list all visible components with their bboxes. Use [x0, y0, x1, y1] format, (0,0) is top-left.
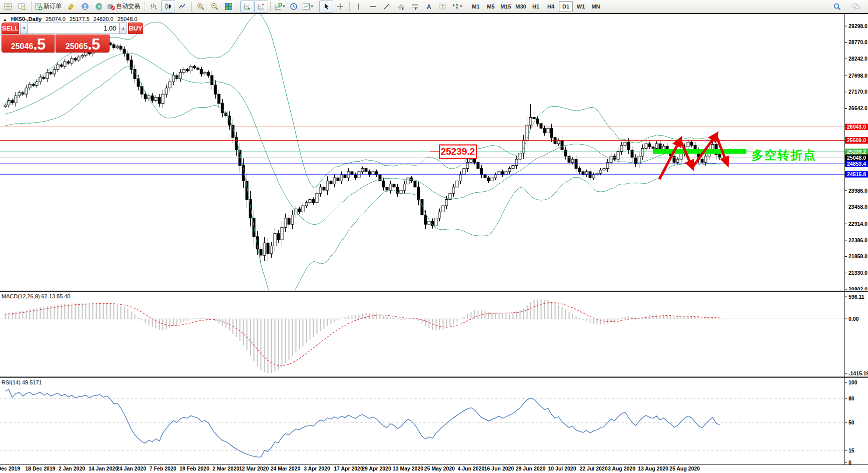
- arrows-button[interactable]: ▾: [450, 1, 464, 13]
- templates-button[interactable]: ▾: [301, 1, 315, 13]
- signals-icon: [95, 3, 103, 11]
- rsi-axis[interactable]: 1008050150: [844, 379, 857, 464]
- svg-text:25609.0: 25609.0: [847, 137, 866, 143]
- zigzag-arrows-annotation[interactable]: [659, 135, 727, 179]
- search-icon: [833, 3, 841, 11]
- toolbar-separator: [238, 2, 238, 12]
- mt4-terminal: 新订单自动交易▾▾EFAT▾M1M5M15M30H1H4D1W1MN 26043…: [0, 0, 868, 473]
- svg-text:A: A: [427, 3, 431, 10]
- crosshair-button[interactable]: [333, 1, 347, 13]
- timeframe-mn[interactable]: MN: [589, 1, 603, 12]
- timeframe-m1[interactable]: M1: [469, 1, 483, 12]
- date-tick-label: 7 Feb 2020: [150, 465, 177, 471]
- dropdown-caret-icon[interactable]: ▾: [460, 4, 462, 9]
- buy-price-display[interactable]: 25065.5: [56, 35, 110, 53]
- chat-button[interactable]: [849, 1, 863, 13]
- ohlc-low: 24820.0: [94, 16, 114, 22]
- date-axis[interactable]: Dec 201918 Dec 20192 Jan 202014 Jan 2020…: [0, 465, 868, 473]
- cursor-button[interactable]: [319, 1, 333, 13]
- metaeditor-button[interactable]: [64, 1, 78, 13]
- svg-text:26642.0: 26642.0: [848, 105, 867, 111]
- date-tick-label: 18 Dec 2019: [25, 465, 55, 471]
- candlestick-chart-button[interactable]: [161, 1, 175, 13]
- timeframe-m5[interactable]: M5: [484, 1, 498, 12]
- bar-chart-button[interactable]: [147, 1, 161, 13]
- volume-decrease-button[interactable]: ▼: [20, 23, 28, 34]
- search-button[interactable]: [830, 1, 844, 13]
- turning-point-text-annotation[interactable]: 多空转折点: [751, 148, 816, 162]
- date-tick-label: 22 Jul 2020: [579, 465, 607, 471]
- data-window-icon: [18, 3, 26, 11]
- main-chart-pane[interactable]: 26043.025609.025239.225048.024853.424515…: [0, 14, 868, 290]
- market-watch-button[interactable]: [1, 1, 15, 13]
- svg-text:29298.0: 29298.0: [848, 23, 867, 29]
- community-icon: [81, 3, 89, 11]
- data-window-button[interactable]: [15, 1, 29, 13]
- svg-text:25239.2: 25239.2: [441, 146, 475, 157]
- macd-axis[interactable]: 596.110.00-1415.19: [844, 294, 868, 376]
- text-button[interactable]: A: [422, 1, 436, 13]
- timeframe-h4[interactable]: H4: [544, 1, 558, 12]
- tile-windows-button[interactable]: [222, 1, 236, 13]
- autotrading-icon: [107, 3, 115, 11]
- volume-increase-button[interactable]: ▲: [119, 23, 127, 34]
- toolbar-separator: [145, 2, 145, 12]
- dropdown-caret-icon[interactable]: ▾: [311, 4, 313, 9]
- autotrading-label: 自动交易: [116, 2, 140, 11]
- vertical-line-icon: [355, 3, 363, 11]
- svg-text:50: 50: [848, 419, 854, 425]
- pane-separator-macd[interactable]: [0, 290, 868, 292]
- toolbar-separator: [317, 2, 317, 12]
- volume-input[interactable]: [28, 23, 119, 34]
- trendline-icon: [383, 3, 391, 11]
- pane-separator-rsi[interactable]: [0, 376, 868, 378]
- fibonacci-button[interactable]: F: [408, 1, 422, 13]
- signals-button[interactable]: [92, 1, 106, 13]
- indicators-button[interactable]: ▾: [273, 1, 287, 13]
- zoom-out-button[interactable]: [208, 1, 222, 13]
- autotrading-button[interactable]: 自动交易: [106, 1, 143, 13]
- channel-button[interactable]: E: [394, 1, 408, 13]
- timeframe-d1[interactable]: D1: [559, 1, 573, 12]
- date-tick-label: 3 Aug 2020: [608, 465, 635, 471]
- community-button[interactable]: [78, 1, 92, 13]
- auto-scroll-button[interactable]: [240, 1, 254, 13]
- buy-button[interactable]: BUY: [128, 23, 143, 34]
- sell-price-display[interactable]: 25046.5: [2, 35, 55, 53]
- collapse-arrow-icon[interactable]: ▲: [3, 18, 7, 22]
- svg-text:23458.0: 23458.0: [848, 204, 867, 210]
- date-tick-label: 12 Mar 2020: [239, 465, 269, 471]
- svg-text:0: 0: [848, 459, 851, 464]
- new-order-button[interactable]: 新订单: [34, 1, 64, 13]
- zoom-in-button[interactable]: [194, 1, 208, 13]
- sell-button[interactable]: SELL: [2, 23, 19, 34]
- timeframe-m15[interactable]: M15: [499, 1, 513, 12]
- text-label-button[interactable]: T: [436, 1, 450, 13]
- timeframe-w1[interactable]: W1: [574, 1, 588, 12]
- toolbar-separator: [349, 2, 350, 12]
- market-watch-icon: [4, 3, 12, 11]
- svg-text:25239.2: 25239.2: [847, 149, 866, 155]
- horizontal-line-button[interactable]: [366, 1, 380, 13]
- indicators-icon: [274, 3, 282, 11]
- trendline-button[interactable]: [380, 1, 394, 13]
- price-label-annotation[interactable]: 25239.2: [430, 145, 476, 159]
- highlight-bar-annotation[interactable]: [653, 149, 746, 154]
- ohlc-open: 25074.0: [46, 16, 66, 22]
- vertical-line-button[interactable]: [352, 1, 366, 13]
- chart-shift-button[interactable]: [254, 1, 268, 13]
- rsi-pane[interactable]: 1008050150: [0, 378, 868, 464]
- timeframe-h1[interactable]: H1: [529, 1, 543, 12]
- dropdown-caret-icon[interactable]: ▾: [283, 4, 285, 9]
- svg-text:27698.0: 27698.0: [848, 73, 867, 79]
- symbol-header: ▲ HK50-,Daily 25074.0 25177.5 24820.0 25…: [3, 16, 140, 22]
- periods-button[interactable]: [287, 1, 301, 13]
- channel-icon: E: [397, 3, 405, 11]
- line-chart-button[interactable]: [175, 1, 189, 13]
- timeframe-m30[interactable]: M30: [514, 1, 528, 12]
- svg-text:596.11: 596.11: [848, 294, 864, 300]
- candlestick-chart-icon: [164, 3, 172, 11]
- date-tick-label: 2 Mar 2020: [213, 465, 240, 471]
- macd-pane[interactable]: 596.110.00-1415.19: [0, 292, 868, 376]
- crosshair-icon: [336, 3, 344, 11]
